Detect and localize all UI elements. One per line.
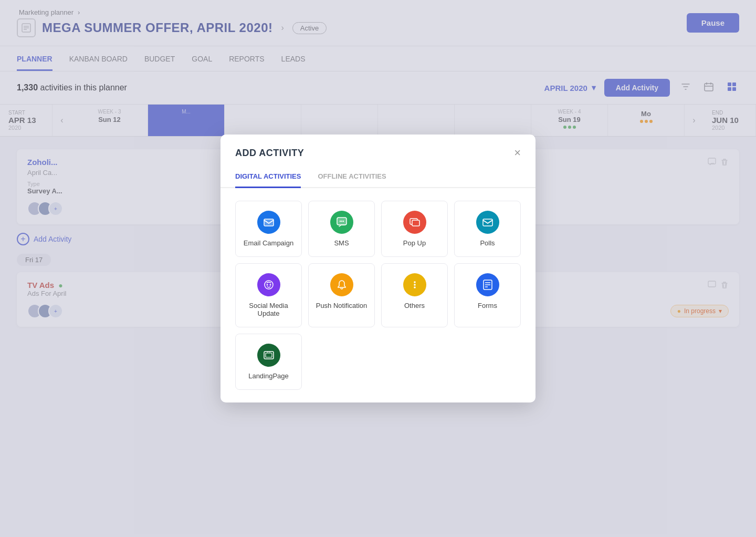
email-campaign-label: Email Campaign <box>244 239 293 247</box>
svg-rect-22 <box>483 219 492 226</box>
svg-point-25 <box>269 284 271 286</box>
sms-label: SMS <box>334 239 349 247</box>
sms-icon <box>330 211 353 234</box>
social-media-icon <box>257 273 280 296</box>
svg-point-17 <box>339 221 340 222</box>
modal-tabs: DIGITAL ACTIVITIES OFFLINE ACTIVITIES <box>220 167 536 188</box>
svg-point-27 <box>414 284 416 286</box>
social-media-label: Social Media Update <box>242 302 295 317</box>
activity-item-sms[interactable]: SMS <box>308 201 375 257</box>
others-label: Others <box>404 302 425 309</box>
others-icon <box>403 273 426 296</box>
svg-point-18 <box>341 221 342 222</box>
add-activity-modal: ADD ACTIVITY × DIGITAL ACTIVITIES OFFLIN… <box>220 135 536 402</box>
activity-item-email[interactable]: Email Campaign <box>235 201 302 257</box>
tab-offline-activities[interactable]: OFFLINE ACTIVITIES <box>318 167 386 188</box>
svg-point-19 <box>342 221 343 222</box>
popup-icon <box>403 211 426 234</box>
activity-item-polls[interactable]: Polls <box>454 201 521 257</box>
email-campaign-icon <box>257 211 280 234</box>
popup-label: Pop Up <box>403 239 426 247</box>
activity-item-social[interactable]: Social Media Update <box>235 263 302 327</box>
landing-page-label: LandingPage <box>248 372 289 380</box>
svg-point-28 <box>414 286 416 288</box>
svg-rect-21 <box>412 220 419 226</box>
forms-icon <box>476 273 499 296</box>
polls-icon <box>476 211 499 234</box>
tab-digital-activities[interactable]: DIGITAL ACTIVITIES <box>235 167 301 188</box>
landing-page-icon <box>257 344 280 367</box>
activity-item-others[interactable]: Others <box>381 263 448 327</box>
svg-point-24 <box>266 284 268 286</box>
activity-item-landing[interactable]: LandingPage <box>235 334 302 390</box>
svg-rect-14 <box>264 219 274 226</box>
push-notification-icon <box>330 273 353 296</box>
modal-overlay[interactable]: ADD ACTIVITY × DIGITAL ACTIVITIES OFFLIN… <box>0 0 756 537</box>
forms-label: Forms <box>478 302 497 309</box>
push-notification-label: Push Notification <box>316 302 368 309</box>
activity-item-push[interactable]: Push Notification <box>308 263 375 327</box>
modal-header: ADD ACTIVITY × <box>220 135 536 159</box>
activity-grid: Email Campaign SMS <box>220 188 536 402</box>
modal-title: ADD ACTIVITY <box>235 148 304 159</box>
svg-point-26 <box>414 281 416 283</box>
activity-item-forms[interactable]: Forms <box>454 263 521 327</box>
polls-label: Polls <box>480 239 495 247</box>
modal-close-button[interactable]: × <box>514 147 521 159</box>
svg-rect-34 <box>266 353 272 357</box>
activity-item-popup[interactable]: Pop Up <box>381 201 448 257</box>
